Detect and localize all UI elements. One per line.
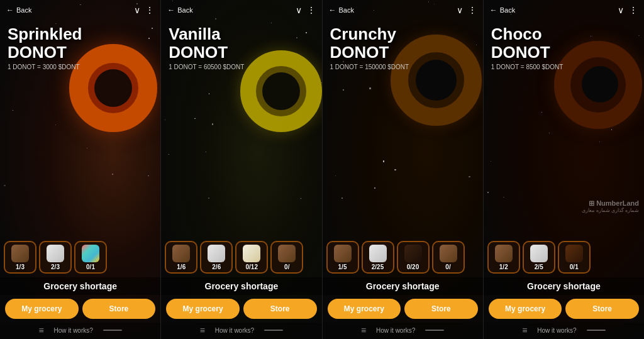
chevron-down-icon[interactable]: ∨: [296, 5, 302, 15]
panel-title: Sprinkled DONOT 1 DONOT = 3000 $DONT: [0, 20, 160, 75]
ingredient-slot-0[interactable]: 1/6: [165, 241, 197, 274]
menu-icon[interactable]: ≡: [522, 325, 527, 335]
scroll-indicator: [425, 330, 444, 331]
phone-panel-4: ⊞ NumberLand شماره گذاری شماره معاری ← B…: [484, 0, 644, 339]
back-button[interactable]: ← Back: [167, 6, 192, 14]
ingredients-row: 1/3 2/3 0/1: [0, 237, 160, 277]
button-row: My grocery Store: [484, 295, 644, 323]
chevron-down-icon[interactable]: ∨: [618, 5, 624, 15]
back-label: Back: [339, 6, 354, 14]
more-options-icon[interactable]: ⋮: [629, 5, 638, 15]
ingredient-slot-2[interactable]: 0/1: [74, 241, 107, 274]
title-line2: DONOT: [330, 43, 475, 62]
my-grocery-button[interactable]: My grocery: [489, 299, 562, 319]
menu-icon[interactable]: ≡: [361, 325, 366, 335]
back-button[interactable]: ← Back: [490, 6, 515, 14]
slot-count: 0/: [445, 264, 450, 270]
my-grocery-button[interactable]: My grocery: [5, 299, 79, 319]
shortage-label: Grocery shortage: [323, 277, 483, 295]
top-bar: ← Back ∨ ⋮: [484, 0, 644, 20]
store-button[interactable]: Store: [243, 299, 317, 319]
menu-icon[interactable]: ≡: [200, 325, 205, 335]
menu-icon[interactable]: ≡: [38, 325, 43, 335]
chevron-down-icon[interactable]: ∨: [457, 5, 463, 15]
ingredient-slot-3[interactable]: 0/: [432, 241, 465, 274]
slot-count: 0/1: [86, 264, 95, 270]
slot-count: 1/2: [499, 264, 508, 270]
title-line2: DONOT: [169, 43, 314, 62]
ingredient-slot-0[interactable]: 1/2: [487, 241, 520, 274]
slot-count: 2/6: [212, 264, 221, 270]
title-line1: Sprinkled: [8, 25, 153, 43]
back-button[interactable]: ← Back: [6, 6, 31, 14]
ingredient-slot-0[interactable]: 1/3: [4, 241, 36, 274]
top-bar: ← Back ∨ ⋮: [0, 0, 160, 20]
phone-panel-1: ← Back ∨ ⋮ Sprinkled DONOT 1 DONOT = 300…: [0, 0, 161, 339]
back-label: Back: [177, 6, 192, 14]
top-bar: ← Back ∨ ⋮: [161, 0, 321, 20]
ingredient-slot-2[interactable]: 0/12: [235, 241, 268, 274]
ingredient-slot-1[interactable]: 2/3: [39, 241, 72, 274]
store-button[interactable]: Store: [404, 299, 478, 319]
shortage-label: Grocery shortage: [0, 277, 160, 295]
ingredients-row: 1/5 2/25 0/20 0/: [323, 237, 483, 277]
title-line1: Choco: [491, 25, 636, 43]
price-label: 1 DONOT = 8500 $DONT: [491, 64, 636, 70]
more-options-icon[interactable]: ⋮: [307, 5, 316, 15]
slot-count: 1/5: [338, 264, 347, 270]
title-line2: DONOT: [491, 43, 636, 62]
slot-count: 2/3: [51, 264, 60, 270]
button-row: My grocery Store: [323, 295, 483, 323]
donut-hole: [262, 72, 300, 110]
ingredients-row: 1/2 2/5 0/1: [484, 237, 644, 277]
price-label: 1 DONOT = 3000 $DONT: [8, 64, 153, 70]
scroll-indicator: [103, 330, 122, 331]
my-grocery-button[interactable]: My grocery: [328, 299, 401, 319]
how-it-works-link[interactable]: How it works?: [215, 327, 254, 334]
ingredient-slot-1[interactable]: 2/5: [523, 241, 555, 274]
ingredient-slot-0[interactable]: 1/5: [326, 241, 359, 274]
slot-count: 0/20: [407, 264, 419, 270]
ingredient-slot-2[interactable]: 0/1: [558, 241, 591, 274]
ingredient-slot-3[interactable]: 0/: [270, 241, 303, 274]
more-options-icon[interactable]: ⋮: [468, 5, 477, 15]
phone-panel-3: ← Back ∨ ⋮ Crunchy DONOT 1 DONOT = 15000…: [323, 0, 484, 339]
my-grocery-button[interactable]: My grocery: [166, 299, 240, 319]
slot-count: 1/6: [177, 264, 186, 270]
bottom-bar: ≡ How it works?: [0, 323, 160, 339]
back-button[interactable]: ← Back: [329, 6, 354, 14]
slot-count: 2/5: [535, 264, 543, 270]
store-button[interactable]: Store: [82, 299, 156, 319]
ingredient-slot-1[interactable]: 2/6: [200, 241, 233, 274]
ingredients-row: 1/6 2/6 0/12 0/: [161, 237, 321, 277]
top-bar-icons: ∨ ⋮: [457, 5, 477, 15]
back-arrow-icon: ←: [490, 6, 497, 14]
panel-title: Vanilla DONOT 1 DONOT = 60500 $DONT: [161, 20, 321, 75]
how-it-works-link[interactable]: How it works?: [54, 327, 93, 334]
how-it-works-link[interactable]: How it works?: [376, 327, 415, 334]
title-line1: Crunchy: [330, 25, 475, 43]
top-bar-icons: ∨ ⋮: [618, 5, 638, 15]
slot-count: 1/3: [16, 264, 25, 270]
title-line2: DONOT: [8, 43, 153, 62]
shortage-label: Grocery shortage: [161, 277, 321, 295]
donut-name: Choco DONOT: [491, 25, 636, 61]
back-label: Back: [500, 6, 515, 14]
scroll-indicator: [264, 330, 283, 331]
ingredient-slot-2[interactable]: 0/20: [397, 241, 430, 274]
top-bar: ← Back ∨ ⋮: [323, 0, 483, 20]
scroll-indicator: [587, 330, 606, 331]
how-it-works-link[interactable]: How it works?: [537, 327, 576, 334]
slot-count: 2/25: [372, 264, 384, 270]
bottom-bar: ≡ How it works?: [323, 323, 483, 339]
donut-name: Vanilla DONOT: [169, 25, 314, 61]
more-options-icon[interactable]: ⋮: [145, 5, 154, 15]
chevron-down-icon[interactable]: ∨: [134, 5, 140, 15]
back-arrow-icon: ←: [329, 6, 336, 14]
back-arrow-icon: ←: [167, 6, 175, 14]
ingredient-slot-1[interactable]: 2/25: [362, 241, 394, 274]
bottom-bar: ≡ How it works?: [161, 323, 321, 339]
donut-name: Crunchy DONOT: [330, 25, 475, 61]
slot-count: 0/12: [246, 264, 258, 270]
store-button[interactable]: Store: [565, 299, 639, 319]
